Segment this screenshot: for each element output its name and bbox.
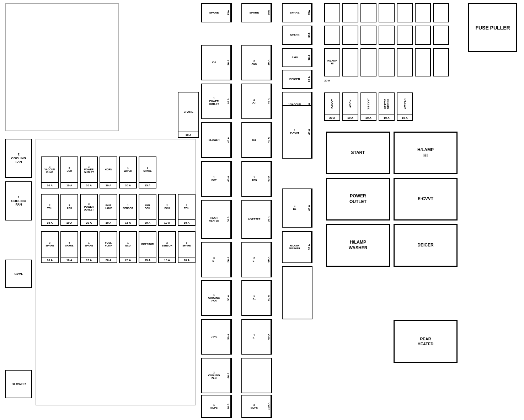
2-vaccum-pump-10a: 2VACCUMPUMP 10 A <box>41 156 59 188</box>
deicer-relay: DEICER <box>394 224 458 267</box>
spare-20a: SPARE 20A <box>241 3 272 22</box>
2-mdps-100a: 2MDPS 100 A <box>241 395 272 418</box>
2-b-plus-60a: 2B+ 60 A <box>241 242 272 277</box>
spare-15a: SPARE 15A <box>201 3 232 22</box>
fuel-pump-20a: FUELPUMP 20 A <box>100 231 117 263</box>
1-mdps-80a: 1MDPS 80 A <box>201 395 232 418</box>
rear-heated-50a: REARHEATED 50 A <box>201 200 232 239</box>
relay-small-11 <box>379 26 395 45</box>
spare-25a: SPARE 25A <box>282 3 312 22</box>
relay-small-16 <box>360 48 376 76</box>
deicer-20a: DEICER 20 A <box>282 70 312 89</box>
4-b-plus-40a: 4B+ 40 A <box>282 188 312 228</box>
1-ecu-20a: 1ECU 20 A <box>119 231 137 263</box>
relay-small-14 <box>433 26 449 45</box>
h-lamp-washer-relay: H/LAMPWASHER <box>326 224 390 267</box>
2-power-outlet-20a: 2POWEROUTLET 20 A <box>80 156 98 188</box>
1-e-cvvt-40a: 1E-CVVT 40 A <box>282 105 312 159</box>
1-dct-40a: 1DCT 40 A <box>201 161 232 197</box>
1-tcu-10a: 1TCU 10 A <box>178 194 196 226</box>
3-e-cvvt-fuse: 3 E-CVVT 20 A <box>360 92 376 121</box>
hlamp-amp: 20 A <box>324 79 330 82</box>
5-b-plus-60a: 5B+ 60 A <box>241 280 272 316</box>
2-abs-30a: 2ABS 30 A <box>241 45 272 80</box>
1-spare-15a: 1SPARE 15 A <box>80 231 98 263</box>
1-cooling-fan-50a: 1COOLINGFAN 50 A <box>201 280 232 316</box>
2-wiper-fuse: 2 WIPER 10 A <box>397 92 413 121</box>
relay-small-5 <box>397 3 413 22</box>
relay-small-6 <box>415 3 431 22</box>
1-abs-40a: 1ABS 40 A <box>241 161 272 197</box>
fuse-puller-box: FUSE PULLER <box>468 3 517 52</box>
1-sensor-15a: 1SENSOR 15 A <box>119 194 137 226</box>
heated-mirror-fuse: HEATED MIRROR 10 A <box>379 92 395 121</box>
relay-small-10 <box>360 26 376 45</box>
relay-small-20 <box>433 48 449 76</box>
3-abs-10a: 3ABS 10 A <box>60 194 78 226</box>
inverter-50a: INVERTER 50 A <box>241 200 272 239</box>
left-outer-box <box>5 3 119 131</box>
2-cooling-fan-60a: 2COOLINGFAN 60 A <box>201 358 232 393</box>
relay-small-15 <box>342 48 358 76</box>
blower-40a: BLOWER 40 A <box>201 122 232 158</box>
ig1-40a: IG1 40 A <box>241 122 272 158</box>
3-spare-10a: 3SPARE 10 A <box>41 231 59 263</box>
ig2-30a: IG2 30 A <box>201 45 232 80</box>
relay-small-3 <box>360 3 376 22</box>
2-sensor-10a: 2SENSOR 10 A <box>158 231 176 263</box>
horn-20a: HORN 20 A <box>100 156 117 188</box>
relay-small-1 <box>324 3 340 22</box>
sidebar-blower: BLOWER <box>5 370 32 398</box>
h-lamp-hi-relay: H/LAMPHI <box>394 132 458 174</box>
start-relay: START <box>326 132 390 174</box>
2-dct-40a: 2DCT 40 A <box>241 84 272 119</box>
relay-small-18 <box>397 48 413 76</box>
relay-small-12 <box>397 26 413 45</box>
ign-coil-20a: IGNCOIL 20 A <box>139 194 156 226</box>
2-tcu-15a: 2TCU 15 A <box>41 194 59 226</box>
relay-small-13 <box>415 26 431 45</box>
relay-small-7 <box>433 3 449 22</box>
rear-heated-relay: REARHEATED <box>394 320 458 363</box>
e-cvvt-fuse: E-CVVT 20 A <box>324 92 340 121</box>
fuse-puller-label: FUSE PULLER <box>475 25 510 31</box>
power-outlet-relay: POWEROUTLET <box>326 178 390 220</box>
1-b-plus-60a: 1B+ 60 A <box>241 319 272 355</box>
a-con-fuse: A/CON 10 A <box>342 92 358 121</box>
h-lamp-washer-30a: H/LAMPWASHER 30 A <box>282 231 312 263</box>
relay-small-9 <box>342 26 358 45</box>
3-b-plus-50a: 3B+ 50 A <box>201 242 232 277</box>
3-ecu-10a: 3ECU 10 A <box>60 156 78 188</box>
sidebar-1-cooling-fan: 1COOLINGFAN <box>5 181 32 220</box>
spare-10a-center: SPARE 10 A <box>178 92 199 138</box>
relay-small-4 <box>379 3 395 22</box>
relay-small-19 <box>415 48 431 76</box>
1-power-outlet-40a: 1POWEROUTLET 40 A <box>201 84 232 119</box>
ams-10a: AMS 10 A <box>282 48 312 67</box>
1-wiper-30a: 1WIPER 30 A <box>119 156 137 188</box>
relay-small-8 <box>324 26 340 45</box>
relay-small-17 <box>379 48 395 76</box>
e-cvvt-relay: E-CVVT <box>394 178 458 220</box>
cvvl-50a: CVVL 50 A <box>201 319 232 355</box>
5-spare-10a: 5SPARE 10 A <box>178 231 196 263</box>
2-ecu-10a: 2ECU 10 A <box>158 194 176 226</box>
empty-right-2 <box>241 358 272 393</box>
spare-30a: SPARE 30A <box>282 26 312 45</box>
relay-small-2 <box>342 3 358 22</box>
4-spare-10a: 4SPARE 10 A <box>60 231 78 263</box>
sidebar-cvvl: CVVL <box>5 260 32 288</box>
3-power-outlet-20a: 3POWEROUTLET 20 A <box>80 194 98 226</box>
injector-15a: INJECTOR 15 A <box>139 231 156 263</box>
2-spare-15a: 2SPARE 15 A <box>139 156 156 188</box>
empty-right-1 <box>282 266 312 319</box>
h-lamp-hi-fuse: H/LAMPHI <box>324 48 340 76</box>
sidebar-2-cooling-fan: 2COOLINGFAN <box>5 139 32 178</box>
bup-lamp-10a: B/UPLAMP 10 A <box>100 194 117 226</box>
